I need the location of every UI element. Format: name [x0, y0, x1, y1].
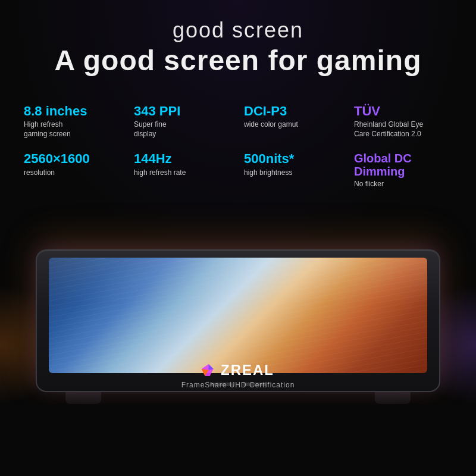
spec-ppi-value: 343 PPI — [134, 104, 232, 118]
spec-tuv-value: TÜV — [354, 104, 452, 118]
spec-size-value: 8.8 inches — [24, 104, 122, 118]
spec-refresh: 144Hz high refresh rate — [128, 148, 238, 193]
spec-refresh-label: high refresh rate — [134, 168, 232, 178]
specs-row-1: 8.8 inches High refreshgaming screen 343… — [0, 89, 476, 145]
spec-size: 8.8 inches High refreshgaming screen — [18, 101, 128, 142]
spec-brightness-value: 500nits* — [244, 152, 342, 166]
page-container: good screen A good screen for gaming 8.8… — [0, 0, 476, 476]
spec-brightness: 500nits* high brightness — [238, 148, 348, 193]
spec-size-label: High refreshgaming screen — [24, 120, 122, 139]
certification-section: ZREAL FrameShare UHD Certification — [181, 362, 295, 389]
tablet-screen — [49, 258, 427, 373]
spec-resolution: 2560×1600 resolution — [18, 148, 128, 193]
screen-glare — [49, 258, 427, 304]
cert-brand-name: ZREAL — [221, 362, 274, 378]
spec-ppi-label: Super finedisplay — [134, 120, 232, 139]
title-large: A good screen for gaming — [12, 44, 464, 77]
spec-tuv-label: Rheinland Global EyeCare Certification 2… — [354, 120, 452, 139]
spec-tuv: TÜV Rheinland Global EyeCare Certificati… — [348, 101, 458, 142]
title-small: good screen — [12, 18, 464, 43]
screen-content — [49, 258, 427, 373]
spec-resolution-value: 2560×1600 — [24, 152, 122, 166]
spec-ppi: 343 PPI Super finedisplay — [128, 101, 238, 142]
spec-dci: DCI-P3 wide color gamut — [238, 101, 348, 142]
cert-subtitle: FrameShare UHD Certification — [181, 381, 295, 389]
spec-dc-label: No flicker — [354, 180, 452, 189]
tablet-area: ZREAL FrameShare UHD Certification — [0, 202, 476, 404]
spec-dc-value: Global DC Dimming — [354, 152, 452, 178]
spec-refresh-value: 144Hz — [134, 152, 232, 166]
spec-dci-value: DCI-P3 — [244, 104, 342, 118]
header-section: good screen A good screen for gaming — [0, 0, 476, 89]
specs-row-2: 2560×1600 resolution 144Hz high refresh … — [0, 145, 476, 202]
spec-brightness-label: high brightness — [244, 168, 342, 178]
spec-resolution-label: resolution — [24, 168, 122, 178]
spec-dc-dimming: Global DC Dimming No flicker — [348, 148, 458, 193]
cert-brand-row: ZREAL — [181, 362, 295, 378]
spec-dci-label: wide color gamut — [244, 120, 342, 130]
zreal-logo-icon — [202, 363, 216, 377]
